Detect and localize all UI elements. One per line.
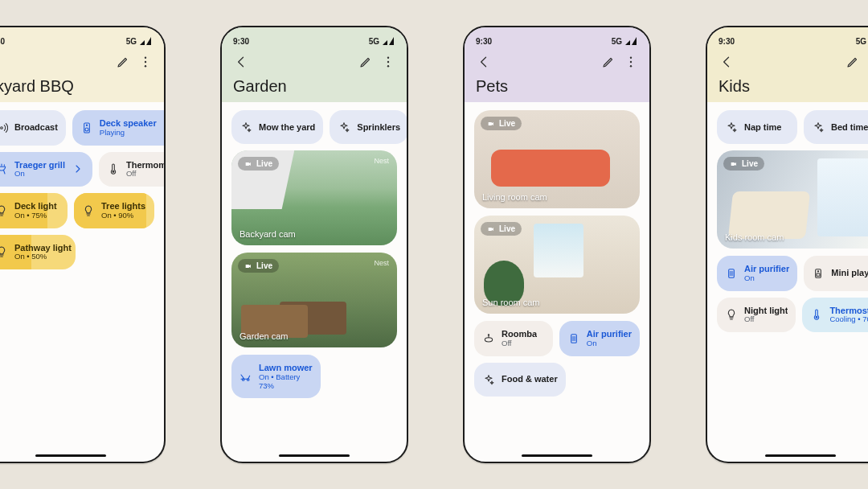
back-button[interactable] [476, 54, 492, 70]
page-title: ackyard BBQ [0, 77, 153, 96]
sparkle-icon [812, 121, 825, 134]
empty-slot [572, 363, 640, 397]
status-bar: 9:305G [233, 35, 395, 47]
back-button[interactable] [719, 54, 735, 70]
more-button[interactable] [138, 55, 153, 69]
camera-caption: Sun room cam [482, 298, 540, 307]
camera-card[interactable]: LiveSun room cam [474, 216, 640, 314]
tile-label: Broadcast [14, 122, 58, 133]
tile-status: Off [126, 170, 164, 179]
status-time: 9:30 [719, 37, 735, 46]
device-tile-nap-time[interactable]: Nap time [717, 110, 797, 144]
svg-point-12 [247, 379, 249, 381]
bulb-icon [82, 204, 95, 217]
device-tile-roomba[interactable]: RoombaOff [474, 321, 553, 356]
device-tile-deck-speaker[interactable]: Deck speakerPlaying [72, 110, 164, 146]
purifier-icon [567, 332, 580, 345]
page-title: Pets [476, 77, 638, 96]
page-title: Garden [233, 77, 395, 96]
signal-icon [625, 37, 638, 45]
svg-point-10 [387, 65, 389, 67]
nav-handle[interactable] [35, 454, 106, 457]
signal-icon [140, 37, 153, 45]
tile-status: Off [744, 315, 788, 324]
phone-kids: 9:305GKidsNap timeBed timeLiveKids room … [706, 26, 868, 463]
live-label: Live [742, 159, 758, 168]
edit-button[interactable] [601, 55, 616, 69]
device-tile-mini-player[interactable]: Mini player [804, 256, 868, 291]
tile-status: On [14, 170, 65, 179]
device-tile-lawn-mower[interactable]: Lawn mowerOn • Battery 73% [231, 355, 321, 398]
device-tile-broadcast[interactable]: Broadcast [0, 110, 66, 146]
svg-point-13 [630, 57, 632, 59]
device-tile-deck-light[interactable]: Deck lightOn • 75% [0, 193, 68, 228]
live-label: Live [499, 119, 515, 128]
content: BroadcastDeck speakerPlayingTraeger gril… [0, 102, 164, 462]
nav-handle[interactable] [765, 454, 836, 457]
status-bar: 9:305G [719, 35, 868, 47]
device-tile-tree-lights[interactable]: Tree lightsOn • 90% [74, 193, 154, 228]
device-tile-sprinklers[interactable]: Sprinklers [330, 110, 407, 144]
live-badge: Live [481, 117, 522, 130]
device-tile-food-water[interactable]: Food & water [474, 363, 566, 397]
edit-button[interactable] [845, 55, 860, 69]
tile-status: On [587, 339, 632, 348]
camera-card[interactable]: LiveKids room cam [717, 150, 868, 249]
camera-caption: Backyard cam [240, 229, 296, 239]
chevron-right-icon [72, 162, 84, 175]
device-tile-night-light[interactable]: Night lightOff [717, 298, 796, 333]
thermo-icon [107, 162, 120, 175]
tile-status: Off [502, 339, 537, 348]
tile-label: Mow the yard [259, 122, 315, 133]
status-bar: 9:305G [476, 35, 638, 47]
live-badge: Live [238, 157, 279, 171]
device-tile-bed-time[interactable]: Bed time [804, 110, 868, 144]
sparkle-icon [482, 373, 495, 386]
live-label: Live [499, 224, 515, 233]
camera-brand: Nest [374, 157, 389, 165]
robot-icon [482, 332, 495, 345]
device-tile-air-purifier[interactable]: Air purifierOn [717, 256, 797, 291]
svg-point-15 [630, 65, 632, 67]
empty-slot [327, 355, 397, 398]
svg-point-1 [145, 61, 146, 63]
tile-label: Roomba [502, 329, 537, 339]
device-tile-air-purifier[interactable]: Air purifierOn [559, 321, 640, 356]
device-tile-mow-the-yard[interactable]: Mow the yard [231, 110, 323, 144]
more-button[interactable] [381, 55, 395, 69]
tile-label: Deck light [14, 201, 57, 212]
more-button[interactable] [624, 55, 638, 69]
device-tile-pathway-light[interactable]: Pathway lightOn • 50% [0, 235, 76, 270]
nav-handle[interactable] [522, 454, 592, 457]
device-tile-thermometer[interactable]: ThermometerOff [99, 152, 164, 187]
edit-button[interactable] [116, 55, 130, 69]
svg-point-6 [86, 125, 87, 125]
camera-caption: Kids room cam [725, 232, 784, 242]
thermo-cool-icon [810, 308, 823, 321]
live-label: Live [256, 159, 272, 168]
status-network: 5G [612, 37, 622, 46]
svg-point-9 [387, 61, 389, 63]
tile-status: On • 90% [101, 212, 145, 220]
camera-card[interactable]: LiveNestGarden cam [231, 253, 397, 347]
camera-card[interactable]: LiveNestBackyard cam [231, 150, 397, 245]
miniplayer-icon [812, 267, 825, 280]
speaker-icon [80, 121, 93, 134]
device-tile-traeger-grill[interactable]: Traeger grillOn [0, 152, 92, 187]
svg-point-7 [113, 171, 114, 173]
empty-slot [82, 235, 154, 270]
phone-pets: 9:305GPetsLiveLiving room camLiveSun roo… [463, 26, 651, 463]
chevron-right-icon [163, 121, 164, 134]
tile-label: Air purifier [587, 329, 632, 339]
edit-button[interactable] [358, 55, 373, 69]
bulb-icon [0, 245, 8, 258]
nav-handle[interactable] [279, 454, 350, 457]
header: 9:305GPets [465, 27, 649, 102]
svg-point-24 [818, 270, 819, 271]
sparkle-icon [240, 121, 252, 134]
tile-label: Air purifier [744, 264, 789, 274]
tile-label: Mini player [831, 268, 868, 278]
camera-card[interactable]: LiveLiving room cam [474, 110, 640, 208]
back-button[interactable] [233, 54, 249, 70]
device-tile-thermostat[interactable]: ThermostatCooling • 70 [802, 298, 868, 333]
